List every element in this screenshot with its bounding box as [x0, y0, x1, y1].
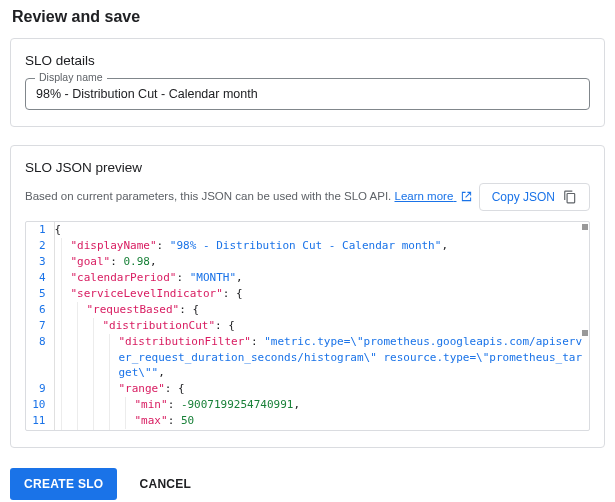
- page-title: Review and save: [12, 8, 605, 26]
- external-link-icon: [461, 191, 472, 204]
- scrollbar-icon[interactable]: [581, 222, 589, 430]
- code-line: 10"min": -9007199254740991,: [26, 397, 589, 413]
- slo-details-heading: SLO details: [25, 53, 590, 68]
- create-slo-button[interactable]: CREATE SLO: [10, 468, 117, 500]
- code-line: 12}: [26, 429, 589, 431]
- code-line: 1{: [26, 222, 589, 238]
- display-name-label: Display name: [35, 71, 107, 83]
- display-name-field: Display name: [25, 78, 590, 110]
- json-preview-card: SLO JSON preview Based on current parame…: [10, 145, 605, 448]
- code-line: 6"requestBased": {: [26, 302, 589, 318]
- code-line: 8"distributionFilter": "metric.type=\"pr…: [26, 334, 589, 382]
- code-line: 9"range": {: [26, 381, 589, 397]
- action-bar: CREATE SLO CANCEL: [10, 466, 605, 500]
- json-code-box[interactable]: 1{2"displayName": "98% - Distribution Cu…: [25, 221, 590, 431]
- json-helper-text: Based on current parameters, this JSON c…: [25, 190, 472, 204]
- code-line: 5"serviceLevelIndicator": {: [26, 286, 589, 302]
- learn-more-link[interactable]: Learn more: [394, 190, 471, 202]
- code-line: 4"calendarPeriod": "MONTH",: [26, 270, 589, 286]
- slo-details-card: SLO details Display name: [10, 38, 605, 127]
- copy-json-button[interactable]: Copy JSON: [479, 183, 590, 211]
- code-line: 11"max": 50: [26, 413, 589, 429]
- display-name-input[interactable]: [25, 78, 590, 110]
- json-preview-heading: SLO JSON preview: [25, 160, 590, 175]
- code-table: 1{2"displayName": "98% - Distribution Cu…: [26, 222, 589, 431]
- copy-icon: [563, 190, 577, 204]
- code-line: 3"goal": 0.98,: [26, 254, 589, 270]
- code-line: 7"distributionCut": {: [26, 318, 589, 334]
- code-line: 2"displayName": "98% - Distribution Cut …: [26, 238, 589, 254]
- cancel-button[interactable]: CANCEL: [135, 468, 195, 500]
